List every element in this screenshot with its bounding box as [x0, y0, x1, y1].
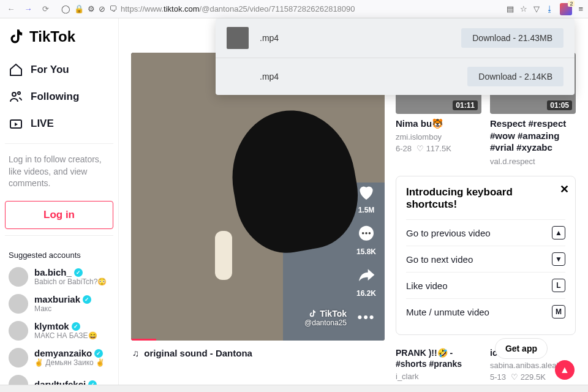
pocket-icon[interactable]: ▽: [533, 4, 540, 13]
bookmark-icon[interactable]: ☆: [520, 4, 527, 13]
url-text: https://www.tiktok.com/@dantona25/video/…: [121, 4, 355, 13]
avatar: [9, 294, 28, 314]
shield-icon: ◯: [61, 4, 70, 13]
close-icon[interactable]: ✕: [560, 183, 569, 196]
watermark: TikTok @dantona25: [304, 309, 347, 327]
back-button[interactable]: ←: [5, 3, 17, 15]
shortcut-row: Mute / unmute videoM: [406, 298, 565, 325]
people-icon: [9, 89, 23, 104]
verified-icon: ✓: [83, 295, 91, 304]
nav-foryou[interactable]: For You: [5, 56, 113, 83]
download-icon[interactable]: ⭳: [546, 4, 554, 13]
share-button[interactable]: 16.2K: [354, 263, 379, 298]
download-filename: .mp4: [260, 72, 456, 81]
reload-button[interactable]: ⟳: [39, 3, 51, 15]
forward-button[interactable]: →: [22, 3, 34, 15]
horizontal-scrollbar[interactable]: [0, 385, 588, 392]
suggested-account[interactable]: ba.bich_✓Babich or BabiTch?😳: [5, 263, 113, 290]
download-row: .mp4Download - 2.14KB: [216, 58, 575, 95]
login-prompt: Log in to follow creators, like videos, …: [5, 150, 113, 194]
avatar: [9, 321, 28, 341]
extension-icon[interactable]: [560, 3, 572, 15]
comment-button[interactable]: 15.8K: [354, 222, 379, 256]
download-filename: .mp4: [260, 33, 450, 43]
menu-icon[interactable]: ≡: [578, 4, 583, 13]
shortcut-row: Go to next video▼: [406, 246, 565, 272]
key-badge: ▲: [552, 226, 565, 239]
avatar: [9, 348, 28, 368]
svg-point-3: [362, 232, 364, 234]
comment-icon: [356, 224, 376, 244]
browser-toolbar: ← → ⟳ ◯ 🔒 ⚙ ⊘ 🗨 https://www.tiktok.com/@…: [0, 0, 588, 18]
video-player[interactable]: TikTok @dantona25 1.5M 15.8K 16.2K •••: [131, 53, 385, 341]
live-icon: [9, 116, 23, 131]
download-row: .mp4Download - 21.43MB: [216, 18, 575, 58]
heart-icon: [356, 183, 376, 202]
suggested-title: Suggested accounts: [5, 242, 113, 263]
verified-icon: ✓: [72, 322, 80, 331]
lock-icon: 🔒: [74, 4, 84, 13]
download-thumb: [227, 27, 249, 49]
verified-icon: ✓: [94, 349, 103, 358]
reader-icon[interactable]: ▤: [507, 4, 514, 13]
verified-icon: ✓: [74, 268, 83, 277]
block-icon: ⊘: [99, 4, 105, 13]
suggested-account[interactable]: klymtok✓МАКС НА БАЗЕ😄: [5, 317, 113, 344]
url-bar[interactable]: ◯ 🔒 ⚙ ⊘ 🗨 https://www.tiktok.com/@danton…: [56, 4, 502, 13]
shortcuts-panel: ✕ Introducing keyboard shortcuts! Go to …: [396, 176, 576, 335]
download-button[interactable]: Download - 2.14KB: [467, 67, 564, 86]
download-panel: .mp4Download - 21.43MB.mp4Download - 2.1…: [216, 18, 575, 95]
nav-following[interactable]: Following: [5, 83, 113, 110]
share-icon: [356, 266, 376, 285]
suggested-account[interactable]: demyanzaiko✓✌ Демьян Заико ✌: [5, 344, 113, 371]
sidebar: TikTok For You Following LIVE Log in to …: [0, 18, 119, 392]
progress-bar[interactable]: [131, 339, 156, 341]
key-badge: M: [552, 305, 565, 318]
shortcut-row: Go to previous video▲: [406, 219, 565, 246]
music-icon: ♫: [132, 348, 139, 358]
login-button[interactable]: Log in: [5, 201, 113, 229]
like-button[interactable]: 1.5M: [354, 180, 379, 214]
shortcuts-title: Introducing keyboard shortcuts!: [406, 186, 565, 211]
suggested-account[interactable]: maxburiak✓Макс: [5, 290, 113, 317]
svg-point-0: [12, 92, 16, 96]
key-badge: ▼: [552, 252, 565, 266]
translate-icon: 🗨: [109, 4, 117, 13]
permission-icon: ⚙: [88, 4, 95, 13]
nav-live[interactable]: LIVE: [5, 110, 113, 137]
sound-row[interactable]: ♫ original sound - Dantona: [131, 341, 385, 366]
svg-point-4: [365, 232, 367, 234]
more-button[interactable]: •••: [354, 305, 379, 330]
logo[interactable]: TikTok: [5, 26, 113, 56]
get-app-button[interactable]: Get app: [495, 338, 548, 359]
shortcut-row: Like videoL: [406, 272, 565, 298]
tiktok-logo-icon: [9, 28, 26, 45]
home-icon: [9, 62, 23, 77]
download-button[interactable]: Download - 21.43MB: [461, 28, 564, 48]
avatar: [9, 267, 28, 287]
scroll-top-button[interactable]: ▲: [555, 360, 575, 380]
svg-point-5: [369, 232, 371, 234]
key-badge: L: [552, 279, 565, 292]
